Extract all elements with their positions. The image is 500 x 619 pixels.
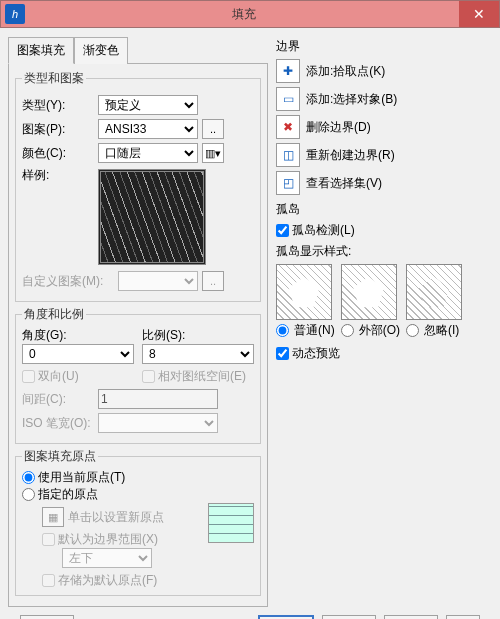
- label-default-extent: 默认为边界范围(X): [58, 532, 158, 546]
- check-store-default: [42, 574, 55, 587]
- select-type[interactable]: 预定义: [98, 95, 198, 115]
- label-bidir: 双向(U): [38, 369, 79, 383]
- window-title: 填充: [29, 6, 459, 23]
- tab-hatch[interactable]: 图案填充: [8, 37, 74, 64]
- check-relpaper: [142, 370, 155, 383]
- legend-type: 类型和图案: [22, 70, 86, 87]
- label-island-style: 孤岛显示样式:: [276, 243, 492, 260]
- pattern-sample[interactable]: [98, 169, 206, 265]
- recreate-boundary-icon: ◫: [276, 143, 300, 167]
- radio-specify[interactable]: [22, 488, 35, 501]
- check-island-detect[interactable]: [276, 224, 289, 237]
- label-pattern: 图案(P):: [22, 121, 94, 138]
- color-swatch-button[interactable]: ▥▾: [202, 143, 224, 163]
- remove-boundary-icon: ✖: [276, 115, 300, 139]
- group-origin: 图案填充原点 使用当前原点(T) 指定的原点 ▦单击以设置新原点 默认为边界范围…: [15, 448, 261, 596]
- custom-pattern-browse: ..: [202, 271, 224, 291]
- label-store-default: 存储为默认原点(F): [58, 573, 157, 587]
- radio-use-current[interactable]: [22, 471, 35, 484]
- btn-cancel[interactable]: 取消: [322, 615, 376, 619]
- btn-view-selection[interactable]: ◰查看选择集(V): [276, 171, 492, 195]
- pattern-browse-button[interactable]: ..: [202, 119, 224, 139]
- island-style-ignore-preview[interactable]: [406, 264, 462, 320]
- label-color: 颜色(C):: [22, 145, 94, 162]
- legend-angle-scale: 角度和比例: [22, 306, 86, 323]
- select-angle[interactable]: 0: [22, 344, 134, 364]
- label-scale: 比例(S):: [142, 327, 254, 344]
- label-custom-pattern: 自定义图案(M):: [22, 273, 114, 290]
- pick-point-icon: ✚: [276, 59, 300, 83]
- btn-ok[interactable]: 确定: [258, 615, 314, 619]
- tab-gradient[interactable]: 渐变色: [74, 37, 128, 64]
- btn-more[interactable]: ❯❯: [446, 615, 480, 619]
- label-isopen: ISO 笔宽(O):: [22, 415, 94, 432]
- input-spacing: [98, 389, 218, 409]
- btn-preview[interactable]: 预览: [20, 615, 74, 619]
- origin-preview: [208, 503, 254, 543]
- titlebar: h 填充 ✕: [0, 0, 500, 28]
- island-style-outer-preview[interactable]: [341, 264, 397, 320]
- radio-island-outer[interactable]: [341, 324, 354, 337]
- island-style-normal-preview[interactable]: [276, 264, 332, 320]
- radio-island-normal[interactable]: [276, 324, 289, 337]
- btn-help[interactable]: 帮助: [384, 615, 438, 619]
- app-icon: h: [5, 4, 25, 24]
- label-type: 类型(Y):: [22, 97, 94, 114]
- label-angle: 角度(G):: [22, 327, 134, 344]
- btn-remove-boundary[interactable]: ✖删除边界(D): [276, 115, 492, 139]
- select-pattern[interactable]: ANSI33: [98, 119, 198, 139]
- check-island-detect-label[interactable]: 孤岛检测(L): [276, 223, 355, 237]
- label-spacing: 间距(C):: [22, 391, 94, 408]
- close-button[interactable]: ✕: [459, 1, 499, 27]
- radio-island-ignore[interactable]: [406, 324, 419, 337]
- btn-add-select[interactable]: ▭添加:选择对象(B): [276, 87, 492, 111]
- group-angle-scale: 角度和比例 角度(G): 0 比例(S): 8 双向(U) 相对图纸空间(E): [15, 306, 261, 444]
- select-isopen: [98, 413, 218, 433]
- check-bidir: [22, 370, 35, 383]
- legend-origin: 图案填充原点: [22, 448, 98, 465]
- check-default-extent: [42, 533, 55, 546]
- check-dynamic-preview-label[interactable]: 动态预览: [276, 346, 340, 360]
- label-relpaper: 相对图纸空间(E): [158, 369, 246, 383]
- radio-specify-label[interactable]: 指定的原点: [22, 487, 98, 501]
- select-color[interactable]: 口随层: [98, 143, 198, 163]
- group-type-pattern: 类型和图案 类型(Y): 预定义 图案(P): ANSI33 .. 颜色(C):…: [15, 70, 261, 302]
- label-click-new: 单击以设置新原点: [68, 509, 164, 526]
- btn-recreate-boundary[interactable]: ◫重新创建边界(R): [276, 143, 492, 167]
- btn-add-pick[interactable]: ✚添加:拾取点(K): [276, 59, 492, 83]
- pick-origin-icon: ▦: [42, 507, 64, 527]
- check-dynamic-preview[interactable]: [276, 347, 289, 360]
- legend-island: 孤岛: [276, 201, 492, 218]
- select-custom-pattern: [118, 271, 198, 291]
- legend-boundary: 边界: [276, 38, 492, 55]
- radio-use-current-label[interactable]: 使用当前原点(T): [22, 470, 125, 484]
- select-scale[interactable]: 8: [142, 344, 254, 364]
- label-sample: 样例:: [22, 167, 94, 184]
- select-objects-icon: ▭: [276, 87, 300, 111]
- select-origin-pos: 左下: [62, 548, 152, 568]
- view-selection-icon: ◰: [276, 171, 300, 195]
